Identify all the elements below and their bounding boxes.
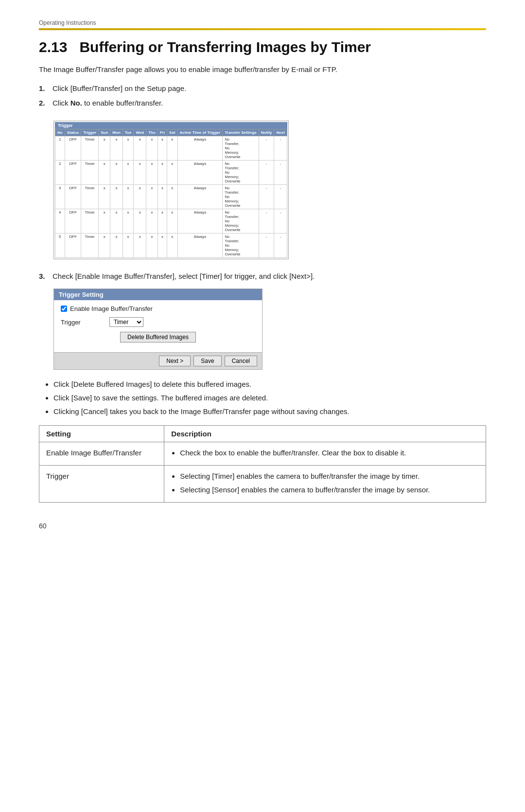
desc-enable-image: Check the box to enable the buffer/trans… — [164, 442, 486, 466]
th-next: Next — [274, 129, 287, 136]
panel-body: Enable Image Buffer/Transfer Trigger Tim… — [54, 300, 262, 352]
setting-enable-image: Enable Image Buffer/Transfer — [39, 442, 164, 466]
step-3-list: 3. Check [Enable Image Buffer/Transfer],… — [39, 271, 486, 282]
step-3: 3. Check [Enable Image Buffer/Transfer],… — [39, 271, 486, 282]
step-2: 2. Click No. to enable buffer/transfer. — [39, 98, 486, 109]
step-1-num: 1. — [39, 83, 52, 94]
bullet-3: Clicking [Cancel] takes you back to the … — [53, 406, 486, 417]
desc-trigger-bullet-2: Selecting [Sensor] enables the camera to… — [180, 484, 479, 495]
th-sat: Sat — [167, 129, 177, 136]
th-fri: Fri — [158, 129, 167, 136]
table-row: 1 OFF Timer xxxxxxx Always NoTransfer;No… — [55, 136, 287, 160]
step-2-bold: No. — [70, 99, 82, 107]
bullet-1: Click [Delete Buffered Images] to delete… — [53, 379, 486, 390]
th-tue: Tue — [122, 129, 134, 136]
col-header-setting: Setting — [39, 426, 164, 442]
enable-checkbox[interactable] — [61, 306, 67, 312]
trigger-row: Trigger Timer Sensor — [61, 317, 255, 327]
desc-trigger: Selecting [Timer] enables the camera to … — [164, 466, 486, 503]
th-trigger: Trigger — [81, 129, 99, 136]
desc-enable-bullet-1: Check the box to enable the buffer/trans… — [180, 447, 479, 458]
step-1-text: Click [Buffer/Transfer] on the Setup pag… — [52, 83, 186, 94]
enable-label: Enable Image Buffer/Transfer — [70, 305, 153, 312]
desc-trigger-bullet-1: Selecting [Timer] enables the camera to … — [180, 470, 479, 482]
step-2-after: to enable buffer/transfer. — [84, 99, 163, 107]
trigger-table-title: Trigger — [55, 122, 287, 129]
trigger-label: Trigger — [61, 319, 109, 326]
th-no: No — [55, 129, 65, 136]
bullet-2: Click [Save] to save the settings. The b… — [53, 392, 486, 404]
step-2-num: 2. — [39, 98, 52, 109]
breadcrumb: Operating Instructions — [39, 19, 486, 26]
main-steps-list: 1. Click [Buffer/Transfer] on the Setup … — [39, 83, 486, 109]
th-notify: Notify — [259, 129, 274, 136]
section-title: 2.13 Buffering or Transferring Images by… — [39, 39, 486, 55]
cancel-button[interactable]: Cancel — [225, 356, 257, 366]
trigger-table: No Status Trigger Sun Mon Tue Wed Thu Fr… — [55, 129, 287, 258]
step-3-text: Check [Enable Image Buffer/Transfer], se… — [52, 271, 315, 282]
th-thu: Thu — [146, 129, 158, 136]
trigger-select[interactable]: Timer Sensor — [109, 317, 143, 327]
step-1: 1. Click [Buffer/Transfer] on the Setup … — [39, 83, 486, 94]
panel-footer: Next > Save Cancel — [54, 352, 262, 369]
settings-table: Setting Description Enable Image Buffer/… — [39, 425, 486, 503]
th-active: Active Time of Trigger — [177, 129, 223, 136]
table-row: 2 OFF Timer xxxxxxx Always NoTransfer;No… — [55, 160, 287, 184]
gold-rule — [39, 28, 486, 30]
page-number: 60 — [39, 522, 486, 530]
settings-row-2: Trigger Selecting [Timer] enables the ca… — [39, 466, 486, 503]
th-wed: Wed — [134, 129, 146, 136]
trigger-setting-panel: Trigger Setting Enable Image Buffer/Tran… — [53, 289, 262, 370]
delete-buffered-images-button[interactable]: Delete Buffered Images — [120, 332, 196, 343]
step-2-text: Click No. to enable buffer/transfer. — [52, 98, 163, 109]
panel-header: Trigger Setting — [54, 289, 262, 300]
th-sun: Sun — [99, 129, 110, 136]
th-status: Status — [65, 129, 81, 136]
bullet-list: Click [Delete Buffered Images] to delete… — [53, 379, 486, 417]
trigger-table-container: Trigger No Status Trigger Sun Mon Tue We… — [53, 121, 289, 259]
th-transfer: Transfer Settings — [223, 129, 259, 136]
save-button[interactable]: Save — [193, 356, 221, 366]
delete-btn-row: Delete Buffered Images — [61, 332, 255, 343]
step-3-num: 3. — [39, 271, 52, 282]
enable-row: Enable Image Buffer/Transfer — [61, 305, 255, 312]
settings-row-1: Enable Image Buffer/Transfer Check the b… — [39, 442, 486, 466]
table-row: 5 OFF Timer xxxxxxx Always NoTransfer;No… — [55, 233, 287, 257]
th-mon: Mon — [110, 129, 122, 136]
table-row: 4 OFF Timer xxxxxxx Always NoTransfer;No… — [55, 209, 287, 233]
next-button[interactable]: Next > — [159, 356, 191, 366]
setting-trigger: Trigger — [39, 466, 164, 503]
page-container: Operating Instructions 2.13 Buffering or… — [0, 0, 525, 559]
intro-text: The Image Buffer/Transfer page allows yo… — [39, 64, 486, 75]
col-header-description: Description — [164, 426, 486, 442]
table-row: 3 OFF Timer xxxxxxx Always NoTransfer;No… — [55, 184, 287, 209]
